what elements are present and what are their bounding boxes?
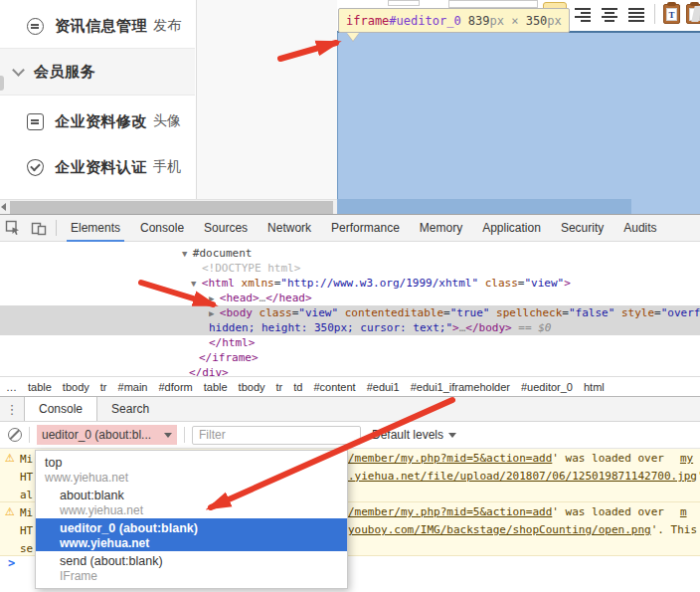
align-right-icon[interactable] — [570, 2, 594, 26]
iframe-scrollbar[interactable] — [337, 199, 631, 214]
toolbar-partial-dropdown[interactable] — [388, 0, 420, 6]
chevron-down-icon — [12, 64, 25, 77]
breadcrumb-item[interactable]: html — [584, 381, 605, 393]
code-token: spellcheck — [489, 306, 562, 319]
dom-tree-line[interactable]: ▼ #document — [0, 246, 700, 261]
icon-bar — [605, 12, 614, 14]
sidebar-item-recharge[interactable]: 在线充值 记录 — [0, 187, 195, 199]
dom-tree-line[interactable]: hidden; height: 350px; cursor: text;">…<… — [0, 320, 700, 335]
inspect-element-icon[interactable] — [0, 215, 26, 242]
breadcrumb-item[interactable]: #content — [313, 381, 355, 393]
tab-search[interactable]: Search — [97, 397, 163, 421]
breadcrumb-item[interactable]: #main — [118, 381, 148, 393]
frame-dropdown-item[interactable]: send (about:blank)IFrame — [36, 551, 347, 584]
member-sidebar: 资讯信息管理 发布 会员服务 企业资料修改 头像 企业资料认证 手机 在线充值 … — [0, 0, 195, 199]
page-horizontal-scrollbar[interactable] — [0, 199, 337, 214]
devtools-tabs: ElementsConsoleSourcesNetworkPerformance… — [61, 215, 667, 242]
console-link[interactable]: my — [680, 452, 693, 465]
toolbar-partial-dropdown[interactable] — [448, 0, 538, 8]
breadcrumb-item[interactable]: table — [204, 381, 228, 393]
align-center-icon[interactable] — [597, 2, 620, 26]
breadcrumb-item[interactable]: tbody — [239, 381, 265, 393]
frame-dropdown-item[interactable]: ueditor_0 (about:blank)www.yiehua.net — [36, 518, 347, 551]
code-token: contenteditable — [338, 306, 443, 319]
tab-application[interactable]: Application — [472, 215, 551, 242]
breadcrumb-item[interactable]: #dform — [158, 381, 192, 393]
paste-text-icon[interactable]: T — [662, 2, 682, 26]
tab-console[interactable]: Console — [24, 397, 97, 421]
console-link[interactable]: youboy.com/IMG/backstage/shopCounting/op… — [348, 523, 651, 536]
sidebar-item-label: 企业资料修改 — [55, 112, 147, 131]
kebab-menu-icon[interactable]: ⋮ — [0, 397, 24, 421]
breadcrumb-item[interactable]: … — [6, 381, 17, 393]
sidebar-item-profile-verify[interactable]: 企业资料认证 手机 — [0, 145, 195, 189]
clear-console-icon[interactable] — [8, 428, 22, 442]
console-context-selector[interactable]: ueditor_0 (about:bl... — [37, 425, 177, 445]
console-link[interactable]: /member/my.php?mid=5&action=add — [348, 452, 552, 465]
console-link[interactable]: .yiehua.net/file/upload/201807/06/125019… — [348, 470, 697, 483]
scroll-left-arrow-icon[interactable] — [1, 203, 6, 211]
scrollbar-thumb[interactable] — [10, 201, 333, 214]
align-justify-icon[interactable] — [623, 2, 647, 26]
log-levels-selector[interactable]: Default levels — [372, 428, 456, 442]
sidebar-item-action[interactable]: 发布 — [153, 17, 181, 35]
edge-widget-handle[interactable] — [0, 76, 4, 91]
warning-text-fragment: HT — [20, 469, 36, 487]
console-link[interactable]: m — [680, 505, 687, 518]
sidebar-item-news-manage[interactable]: 资讯信息管理 发布 — [0, 4, 195, 48]
breadcrumb-item[interactable]: table — [28, 381, 52, 393]
tab-memory[interactable]: Memory — [410, 215, 472, 242]
frame-origin: www.yiehua.net — [45, 471, 341, 486]
breadcrumb-item[interactable]: tbody — [63, 381, 89, 393]
toolbar-divider — [29, 427, 30, 443]
tab-network[interactable]: Network — [258, 215, 321, 242]
doc-edit-icon — [27, 113, 44, 130]
icon-bars — [602, 8, 617, 22]
tab-audits[interactable]: Audits — [613, 215, 666, 242]
dom-tree-line[interactable]: </html> — [0, 335, 700, 350]
code-token: ▶ — [209, 308, 220, 318]
tab-console[interactable]: Console — [130, 215, 194, 242]
chevron-down-icon — [448, 433, 456, 438]
tab-sources[interactable]: Sources — [194, 215, 258, 242]
code-token: class — [478, 277, 518, 290]
dom-tree-line[interactable]: ▶ <body class="view" contenteditable="tr… — [0, 305, 700, 320]
device-toolbar-icon[interactable] — [26, 215, 52, 242]
console-prompt[interactable]: > — [8, 556, 15, 570]
clipboard-sheet: T — [666, 8, 677, 21]
dom-tree-line[interactable]: <!DOCTYPE html> — [0, 261, 700, 276]
breadcrumb-item[interactable]: #ueditor_0 — [521, 381, 573, 393]
drawer-tabbar: ⋮ Console Search — [0, 396, 700, 422]
code-token: ▶ — [209, 294, 220, 303]
frame-title: send (about:blank) — [60, 553, 341, 569]
frame-dropdown-item[interactable]: about:blankwww.yiehua.net — [36, 486, 347, 518]
tab-security[interactable]: Security — [551, 215, 613, 242]
dom-tree-line[interactable]: ▼ <html xmlns="http://www.w3.org/1999/xh… — [0, 276, 700, 291]
tooltip-unit: px — [547, 14, 561, 28]
console-link[interactable]: /member/my.php?mid=5&action=add — [348, 505, 552, 518]
dom-tree-line[interactable]: </iframe> — [0, 350, 700, 365]
breadcrumb-item[interactable]: #edui1_iframeholder — [411, 381, 510, 393]
sidebar-item-action[interactable]: 头像 — [153, 112, 181, 130]
code-token: <body — [220, 306, 253, 319]
sidebar-item-profile-edit[interactable]: 企业资料修改 头像 — [0, 99, 195, 143]
icon-bar — [628, 8, 644, 10]
breadcrumb: …tabletbodytr#main#dformtabletbodytrtd#c… — [0, 376, 700, 396]
breadcrumb-item[interactable]: #edui1 — [367, 381, 400, 393]
icon-bar — [628, 12, 644, 14]
console-filter-input[interactable] — [192, 426, 361, 445]
breadcrumb-item[interactable]: td — [293, 381, 302, 393]
dom-tree-line[interactable]: ▶ <head>…</head> — [0, 291, 700, 305]
sidebar-section-member-services[interactable]: 会员服务 — [0, 48, 195, 96]
tab-performance[interactable]: Performance — [321, 215, 410, 242]
breadcrumb-item[interactable]: tr — [100, 381, 107, 393]
code-token: xmlns — [235, 277, 274, 290]
dom-tree-line[interactable]: </div> — [0, 365, 700, 376]
code-token: <head> — [220, 292, 260, 304]
frame-dropdown-item[interactable]: topwww.yiehua.net — [36, 453, 347, 486]
tab-elements[interactable]: Elements — [61, 215, 130, 242]
breadcrumb-item[interactable]: tr — [276, 381, 283, 393]
warning-text: '. This — [651, 523, 697, 536]
sidebar-item-action[interactable]: 手机 — [153, 158, 181, 176]
code-token: #document — [193, 247, 253, 260]
